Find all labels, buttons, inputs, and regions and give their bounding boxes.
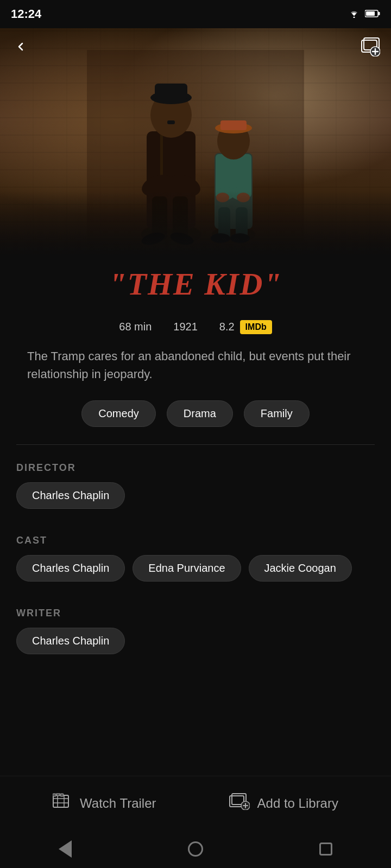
- director-tags: Charles Chaplin: [16, 482, 375, 509]
- watch-trailer-label: Watch Trailer: [80, 796, 156, 811]
- nav-home-button[interactable]: [179, 838, 212, 860]
- year: 1921: [173, 321, 198, 333]
- add-library-icon: [229, 793, 250, 814]
- movie-title: "THE KID": [22, 267, 369, 302]
- svg-rect-15: [167, 120, 175, 124]
- cast-tag-purviance[interactable]: Edna Purviance: [133, 555, 241, 582]
- title-section: "THE KID": [0, 256, 391, 307]
- svg-rect-2: [366, 11, 375, 16]
- navigation-bar: [0, 830, 391, 868]
- hero-overlay: [0, 191, 391, 256]
- wifi-icon: [348, 8, 361, 21]
- writer-tag-chaplin[interactable]: Charles Chaplin: [16, 628, 125, 654]
- back-triangle-icon: [59, 840, 72, 858]
- recent-square-icon: [319, 843, 332, 856]
- svg-rect-37: [53, 795, 68, 807]
- svg-rect-3: [379, 12, 380, 15]
- cast-tag-coogan[interactable]: Jackie Coogan: [249, 555, 352, 582]
- status-time: 12:24: [11, 7, 41, 21]
- status-icons: [348, 8, 380, 21]
- svg-rect-42: [53, 794, 56, 796]
- svg-rect-44: [60, 794, 64, 796]
- director-section: DIRECTOR Charles Chaplin: [0, 449, 391, 522]
- svg-rect-14: [155, 84, 187, 100]
- writer-tags: Charles Chaplin: [16, 628, 375, 654]
- duration: 68 min: [119, 321, 152, 333]
- back-button[interactable]: [9, 35, 33, 59]
- cast-section: CAST Charles Chaplin Edna Purviance Jack…: [0, 522, 391, 595]
- description: The Tramp cares for an abandoned child, …: [0, 343, 391, 396]
- add-library-button[interactable]: Add to Library: [218, 787, 349, 819]
- writer-label: WRITER: [16, 608, 375, 619]
- nav-back-button[interactable]: [49, 838, 81, 860]
- divider: [16, 444, 375, 445]
- director-tag-chaplin[interactable]: Charles Chaplin: [16, 482, 125, 509]
- genre-tags: Comedy Drama Family: [0, 396, 391, 440]
- home-circle-icon: [188, 841, 203, 857]
- svg-rect-23: [220, 120, 247, 130]
- genre-tag-comedy[interactable]: Comedy: [81, 400, 155, 427]
- writer-section: WRITER Charles Chaplin: [0, 595, 391, 667]
- add-library-label: Add to Library: [257, 796, 338, 811]
- cast-tags: Charles Chaplin Edna Purviance Jackie Co…: [16, 555, 375, 582]
- cast-tag-chaplin[interactable]: Charles Chaplin: [16, 555, 125, 582]
- imdb-badge: IMDb: [240, 320, 272, 334]
- cast-label: CAST: [16, 535, 375, 546]
- svg-point-0: [354, 16, 355, 18]
- hero-section: [0, 28, 391, 256]
- watch-trailer-button[interactable]: Watch Trailer: [42, 788, 167, 819]
- director-label: DIRECTOR: [16, 462, 375, 474]
- action-bar: Watch Trailer Add to Library: [0, 776, 391, 830]
- svg-rect-43: [56, 793, 60, 796]
- add-collection-button[interactable]: [358, 35, 382, 59]
- genre-tag-drama[interactable]: Drama: [167, 400, 233, 427]
- content-area: "THE KID" 68 min 1921 8.2 IMDb The Tramp…: [0, 256, 391, 754]
- battery-icon: [365, 8, 380, 21]
- rating-value: 8.2: [219, 321, 235, 333]
- meta-info: 68 min 1921 8.2 IMDb: [0, 307, 391, 343]
- genre-tag-family[interactable]: Family: [244, 400, 310, 427]
- nav-recent-button[interactable]: [310, 838, 342, 860]
- trailer-icon: [53, 793, 72, 813]
- rating-section: 8.2 IMDb: [219, 320, 272, 334]
- status-bar: 12:24: [0, 0, 391, 28]
